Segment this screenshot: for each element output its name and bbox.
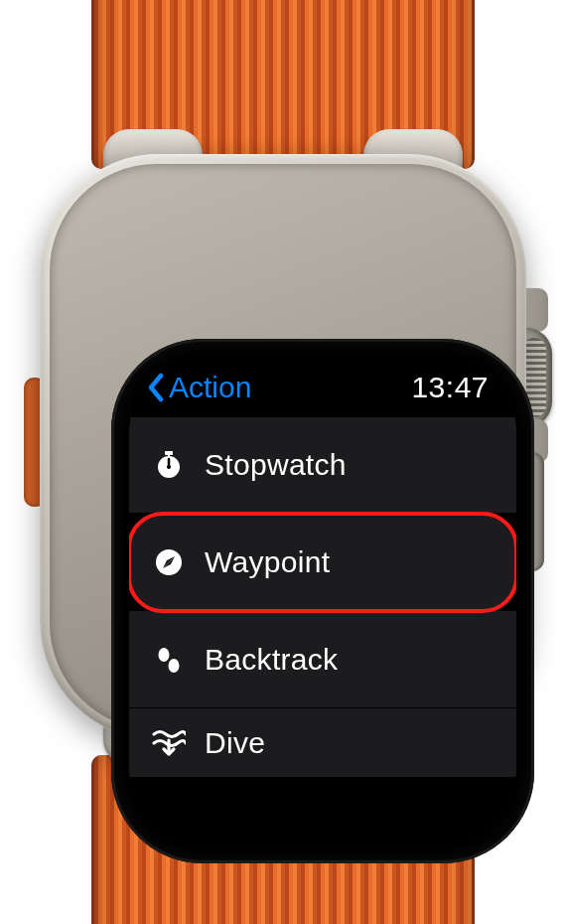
back-button[interactable]: Action [147,371,251,404]
svg-rect-2 [168,454,170,458]
dive-icon [151,725,187,761]
svg-point-3 [167,465,171,469]
stopwatch-icon [151,447,187,483]
watch-screen: Action 13:47 Stopwatch [129,357,516,846]
svg-point-6 [169,659,180,673]
back-label: Action [169,371,251,404]
menu-item-waypoint[interactable]: Waypoint [129,514,516,611]
menu-item-label: Backtrack [205,643,338,677]
chevron-left-icon [147,373,167,402]
menu-item-backtrack[interactable]: Backtrack [129,611,516,708]
menu-item-label: Dive [205,726,265,760]
backtrack-icon [151,642,187,678]
clock-time: 13:47 [411,371,489,404]
header: Action 13:47 [129,357,516,412]
watch-stage: Action 13:47 Stopwatch [0,0,566,924]
menu-item-label: Stopwatch [205,448,347,482]
svg-point-5 [159,648,170,662]
waypoint-icon [151,544,187,580]
watch-bezel: Action 13:47 Stopwatch [111,339,534,863]
menu-item-stopwatch[interactable]: Stopwatch [129,416,516,514]
menu-item-label: Waypoint [205,545,330,579]
menu-item-dive[interactable]: Dive [129,708,516,778]
action-menu-list[interactable]: Stopwatch Waypoint Backtrack [129,416,516,778]
watch-case: Action 13:47 Stopwatch [40,154,526,740]
